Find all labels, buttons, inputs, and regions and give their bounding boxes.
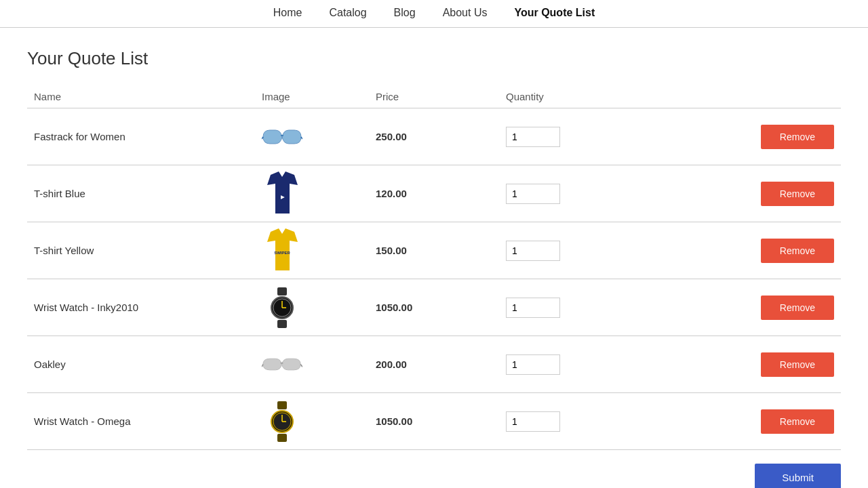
header-quantity: Quantity (499, 85, 646, 108)
svg-line-14 (300, 364, 302, 367)
product-price: 1050.00 (369, 393, 499, 450)
product-image-cell (255, 393, 369, 450)
remove-button[interactable]: Remove (761, 182, 834, 206)
product-image-cell (255, 336, 369, 393)
nav-home[interactable]: Home (273, 7, 302, 19)
product-image (262, 118, 302, 155)
header-action (646, 85, 841, 108)
remove-button[interactable]: Remove (761, 239, 834, 263)
product-image-cell: SWIPER (255, 222, 369, 279)
nav-quote-list[interactable]: Your Quote List (514, 7, 595, 19)
page-title: Your Quote List (27, 48, 841, 69)
product-action-cell: Remove (646, 222, 841, 279)
table-row: Oakley 200.00 Remove (27, 336, 841, 393)
svg-text:SWIPER: SWIPER (274, 251, 290, 255)
quantity-input[interactable] (506, 241, 560, 261)
table-row: Wrist Watch - Omega 1050.00 Remove (27, 393, 841, 450)
quantity-input[interactable] (506, 127, 560, 147)
svg-marker-5 (267, 228, 298, 270)
product-name: Fastrack for Women (27, 108, 255, 165)
product-action-cell: Remove (646, 279, 841, 336)
product-price: 1050.00 (369, 279, 499, 336)
header-price: Price (369, 85, 499, 108)
product-image-cell (255, 279, 369, 336)
product-image: ▶ (262, 175, 302, 212)
table-row: Wrist Watch - Inky2010 1050.00 Remove (27, 279, 841, 336)
nav-about-us[interactable]: About Us (443, 7, 488, 19)
quote-table: Name Image Price Quantity Fastrack for W… (27, 85, 841, 450)
product-image (262, 403, 302, 440)
product-quantity-cell (499, 279, 646, 336)
svg-line-13 (262, 364, 263, 367)
product-name: Wrist Watch - Omega (27, 393, 255, 450)
product-price: 250.00 (369, 108, 499, 165)
product-image: SWIPER (262, 232, 302, 269)
product-action-cell: Remove (646, 336, 841, 393)
quantity-input[interactable] (506, 298, 560, 318)
svg-rect-21 (277, 434, 287, 442)
quantity-input[interactable] (506, 184, 560, 204)
submit-row: Submit (27, 464, 841, 488)
product-name: T-shirt Blue (27, 165, 255, 222)
submit-button[interactable]: Submit (755, 464, 841, 488)
product-name: Wrist Watch - Inky2010 (27, 279, 255, 336)
product-price: 200.00 (369, 336, 499, 393)
quantity-input[interactable] (506, 354, 560, 375)
main-nav: Home Catalog Blog About Us Your Quote Li… (0, 0, 868, 28)
product-price: 150.00 (369, 222, 499, 279)
product-image-cell: ▶ (255, 165, 369, 222)
product-action-cell: Remove (646, 393, 841, 450)
product-image (262, 289, 302, 326)
product-image-cell (255, 108, 369, 165)
product-quantity-cell (499, 108, 646, 165)
product-action-cell: Remove (646, 108, 841, 165)
svg-rect-12 (277, 320, 287, 328)
nav-blog[interactable]: Blog (394, 7, 416, 19)
product-name: T-shirt Yellow (27, 222, 255, 279)
product-price: 120.00 (369, 165, 499, 222)
main-content: Your Quote List Name Image Price Quantit… (14, 28, 854, 488)
table-row: T-shirt Yellow SWIPER 150.00 Remove (27, 222, 841, 279)
header-name: Name (27, 85, 255, 108)
remove-button[interactable]: Remove (761, 125, 834, 149)
product-quantity-cell (499, 222, 646, 279)
product-quantity-cell (499, 336, 646, 393)
product-action-cell: Remove (646, 165, 841, 222)
product-name: Oakley (27, 336, 255, 393)
product-quantity-cell (499, 393, 646, 450)
remove-button[interactable]: Remove (761, 352, 834, 377)
product-image (262, 346, 302, 383)
svg-rect-16 (277, 401, 287, 409)
quantity-input[interactable] (506, 411, 560, 432)
header-image: Image (255, 85, 369, 108)
product-quantity-cell (499, 165, 646, 222)
remove-button[interactable]: Remove (761, 409, 834, 434)
nav-catalog[interactable]: Catalog (329, 7, 366, 19)
table-row: Fastrack for Women 250.00 Remove (27, 108, 841, 165)
svg-rect-7 (277, 287, 287, 296)
svg-marker-3 (267, 171, 298, 214)
table-row: T-shirt Blue ▶ 120.00 Remove (27, 165, 841, 222)
remove-button[interactable]: Remove (761, 296, 834, 320)
